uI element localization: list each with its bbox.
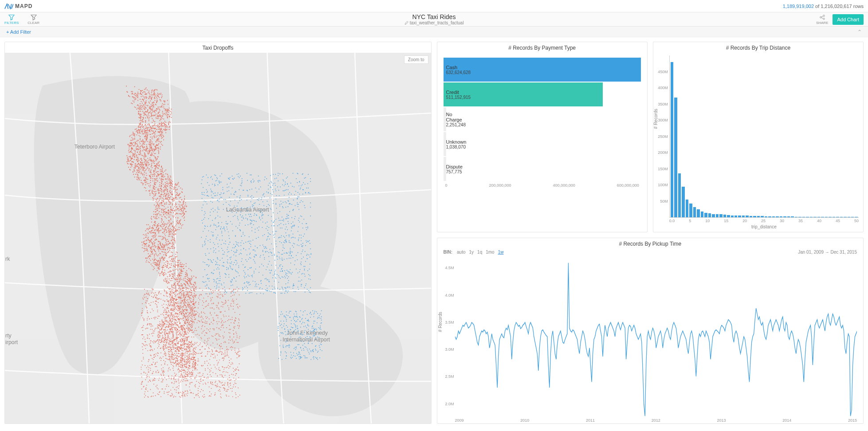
hist-bar[interactable]: [855, 217, 857, 217]
hist-bar[interactable]: [844, 217, 846, 217]
payment-chart[interactable]: Cash632,624,628Credit511,152,915No Charg…: [437, 53, 647, 232]
hist-bar[interactable]: [701, 212, 703, 217]
hist-bar[interactable]: [750, 216, 752, 217]
hist-bar[interactable]: [787, 216, 790, 217]
collapse-filter-icon[interactable]: ⌃: [857, 29, 862, 35]
svg-point-4743: [200, 373, 200, 374]
hist-bar[interactable]: [817, 217, 820, 217]
svg-point-3793: [142, 310, 143, 311]
svg-point-2794: [153, 266, 154, 267]
payment-bar[interactable]: Cash632,624,628: [444, 57, 641, 82]
svg-point-5375: [224, 243, 224, 244]
share-button[interactable]: SHARE: [816, 14, 829, 25]
bin-option-auto[interactable]: auto: [457, 250, 465, 255]
hist-bar[interactable]: [753, 216, 756, 217]
hist-bar[interactable]: [765, 216, 767, 217]
bin-option-1mo[interactable]: 1mo: [486, 250, 494, 255]
svg-point-2164: [169, 356, 169, 357]
svg-point-5654: [296, 255, 297, 256]
pencil-icon[interactable]: [405, 21, 408, 25]
hist-bar[interactable]: [678, 173, 681, 217]
hist-bar[interactable]: [798, 217, 801, 217]
hist-bar[interactable]: [686, 200, 688, 217]
hist-bar[interactable]: [704, 213, 707, 217]
bin-option-1w[interactable]: 1w: [498, 250, 504, 255]
add-chart-button[interactable]: Add Chart: [833, 14, 864, 25]
payment-bar[interactable]: Credit511,152,915: [444, 82, 641, 107]
hist-bar[interactable]: [825, 217, 828, 217]
hist-bar[interactable]: [776, 216, 778, 217]
hist-bar[interactable]: [708, 213, 711, 217]
hist-bar[interactable]: [693, 207, 696, 217]
hist-bar[interactable]: [738, 216, 741, 217]
hist-bar[interactable]: [723, 215, 726, 217]
hist-bar[interactable]: [697, 209, 699, 217]
hist-bar[interactable]: [848, 217, 850, 217]
add-filter-button[interactable]: + Add Filter: [6, 29, 31, 35]
hist-bar[interactable]: [727, 215, 730, 217]
hist-bar[interactable]: [791, 216, 793, 217]
svg-point-3253: [150, 104, 151, 105]
svg-point-4573: [154, 349, 155, 349]
svg-point-5462: [203, 204, 204, 205]
hist-bar[interactable]: [821, 217, 824, 217]
hist-bar[interactable]: [783, 216, 786, 217]
hist-bar[interactable]: [851, 217, 854, 217]
hist-bar[interactable]: [689, 204, 692, 217]
hist-bar[interactable]: [802, 217, 805, 217]
zoom-to-input[interactable]: Zoom to: [404, 55, 428, 64]
map-canvas[interactable]: Zoom to: [5, 53, 431, 424]
hist-bar[interactable]: [761, 216, 763, 217]
hist-bar[interactable]: [731, 216, 734, 217]
svg-point-6199: [293, 317, 294, 318]
svg-point-5008: [225, 241, 226, 242]
svg-point-2862: [154, 218, 155, 219]
svg-point-606: [146, 127, 147, 128]
brand-logo[interactable]: MAPD: [4, 3, 32, 9]
hist-bar[interactable]: [746, 216, 748, 217]
hist-bar[interactable]: [712, 214, 715, 217]
svg-point-5419: [226, 269, 227, 270]
hist-bar[interactable]: [671, 62, 673, 217]
payment-bar[interactable]: No Charge2,251,248: [444, 107, 641, 132]
hist-bar[interactable]: [719, 214, 722, 217]
hist-bar[interactable]: [813, 217, 816, 217]
hist-bar[interactable]: [833, 217, 835, 217]
bin-option-1q[interactable]: 1q: [477, 250, 482, 255]
svg-point-4748: [172, 293, 173, 294]
svg-point-3200: [159, 204, 160, 205]
hist-bar[interactable]: [682, 187, 684, 217]
svg-point-4006: [236, 336, 237, 337]
svg-point-923: [189, 322, 190, 323]
svg-point-3681: [157, 306, 157, 307]
svg-point-3724: [157, 362, 157, 363]
hist-bar[interactable]: [768, 216, 771, 217]
clear-button[interactable]: CLEAR: [27, 14, 39, 25]
svg-point-5976: [275, 183, 275, 184]
hist-bar[interactable]: [840, 217, 843, 217]
hist-bar[interactable]: [757, 216, 760, 217]
hist-bar[interactable]: [780, 216, 782, 217]
hist-bar[interactable]: [734, 216, 737, 217]
bin-option-1y[interactable]: 1y: [469, 250, 474, 255]
svg-point-2790: [148, 237, 149, 238]
tripdist-chart[interactable]: # Records 450M400M350M300M250M200M150M10…: [653, 53, 863, 232]
pickuptime-chart[interactable]: # Records 4.5M4.0M3.5M3.0M2.5M2.0M 20092…: [437, 255, 864, 423]
hist-bar[interactable]: [829, 217, 831, 217]
svg-point-4350: [161, 314, 161, 315]
hist-bar[interactable]: [716, 214, 719, 217]
svg-point-1459: [184, 294, 185, 295]
payment-bar[interactable]: Dispute757,775: [444, 157, 641, 181]
svg-point-4664: [231, 364, 232, 365]
hist-bar[interactable]: [810, 217, 813, 217]
svg-point-4283: [159, 358, 160, 359]
svg-point-3122: [189, 307, 189, 308]
hist-bar[interactable]: [795, 217, 797, 217]
hist-bar[interactable]: [772, 216, 775, 217]
hist-bar[interactable]: [742, 216, 745, 217]
payment-bar[interactable]: Unknown1,038,070: [444, 132, 641, 157]
hist-bar[interactable]: [836, 217, 839, 217]
hist-bar[interactable]: [806, 217, 809, 217]
hist-bar[interactable]: [674, 98, 677, 217]
filters-button[interactable]: FILTERS: [4, 14, 19, 25]
